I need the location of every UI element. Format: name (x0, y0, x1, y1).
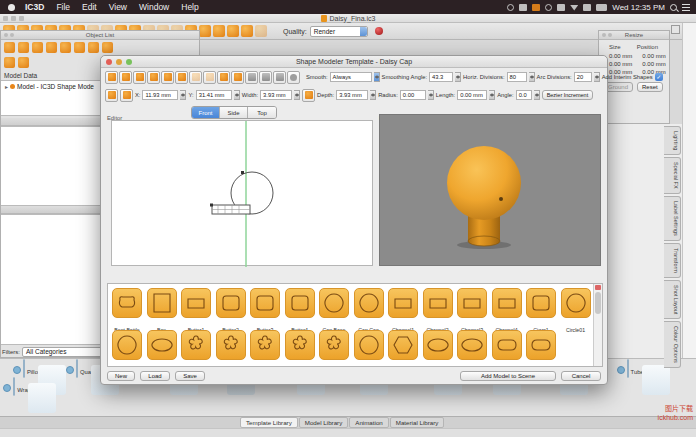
side-tab[interactable]: Colour Options (664, 321, 681, 368)
shape-tile[interactable]: Butter1 (181, 288, 211, 336)
menu-item[interactable]: IC3D (19, 2, 50, 12)
shapes-scrollbar[interactable] (593, 284, 602, 366)
library-tab[interactable]: Animation (349, 417, 389, 428)
menu-item[interactable]: File (50, 2, 76, 12)
group-icon[interactable] (32, 42, 43, 53)
shape-tile[interactable]: Bent Bottle (112, 288, 142, 336)
shape-tile[interactable]: Butter3 (250, 288, 280, 336)
template-thumbnail[interactable] (627, 359, 629, 378)
quality-select[interactable]: Render (310, 26, 368, 37)
shape-tile[interactable]: Butter2 (216, 288, 246, 336)
radius-stepper[interactable] (428, 90, 434, 100)
shape-tile[interactable]: Cigar1 (526, 288, 556, 336)
profile-editor-canvas[interactable] (111, 120, 373, 266)
screen-mirroring-icon[interactable] (507, 4, 514, 11)
hide-icon[interactable] (74, 42, 85, 53)
template-item[interactable]: Wrapper (B1) (5, 378, 63, 396)
select-tool-icon[interactable] (105, 71, 118, 84)
smooth-select-stepper[interactable] (374, 72, 380, 82)
preview-3d-canvas[interactable] (379, 114, 601, 266)
length-stepper[interactable] (489, 90, 495, 100)
depth-stepper[interactable] (370, 90, 376, 100)
camera-tool-icon[interactable] (227, 25, 239, 37)
pencil-edit-icon[interactable] (302, 89, 315, 102)
add-model-to-scene-button[interactable]: Add Model to Scene (460, 371, 556, 381)
shape-tile[interactable] (423, 330, 453, 360)
add-interim-checkbox[interactable]: ✓ (655, 73, 663, 81)
side-tab[interactable]: Shot Layout (664, 280, 681, 319)
shape-tile[interactable]: Circle01 (561, 288, 591, 336)
shape-tile[interactable] (388, 330, 418, 360)
view-tab[interactable]: Front (192, 107, 220, 118)
library-tab[interactable]: Model Library (299, 417, 349, 428)
view-tab[interactable]: Side (220, 107, 248, 118)
disclosure-icon[interactable]: ▸ (5, 83, 8, 90)
reset-button[interactable]: Reset (637, 82, 663, 92)
wifi-icon[interactable] (570, 4, 578, 11)
template-thumbnail[interactable] (76, 359, 78, 378)
volume-icon[interactable] (583, 4, 591, 11)
shape-tile[interactable] (285, 330, 315, 360)
shape-tile[interactable] (354, 330, 384, 360)
menu-item[interactable]: View (103, 2, 133, 12)
pan-tool-icon[interactable] (147, 71, 160, 84)
undo-icon[interactable] (189, 71, 202, 84)
length-input[interactable]: 0.00 mm (457, 90, 487, 100)
shape-tile[interactable]: Box (147, 288, 177, 336)
add-point-icon[interactable] (231, 71, 244, 84)
transform-window-controls[interactable] (602, 33, 612, 37)
chart-icon[interactable] (519, 4, 527, 11)
horiz-divisions-input[interactable]: 80 (507, 72, 527, 82)
smoothing-angle-stepper[interactable] (455, 72, 461, 82)
notification-center-icon[interactable] (682, 4, 690, 11)
move-down-icon[interactable] (102, 42, 113, 53)
shape-tile[interactable]: Butter4 (285, 288, 315, 336)
move-point-icon[interactable] (120, 89, 133, 102)
angle-input[interactable]: 0.0 (516, 90, 532, 100)
add-object-icon[interactable] (4, 42, 15, 53)
apple-menu-icon[interactable] (8, 4, 15, 11)
lock-icon[interactable] (60, 42, 71, 53)
crop-tool-icon[interactable] (161, 71, 174, 84)
shape-tile[interactable] (457, 330, 487, 360)
mirror-tool-icon[interactable] (175, 71, 188, 84)
shape-tile[interactable]: Channel3 (457, 288, 487, 336)
shape-tile[interactable]: Channel4 (492, 288, 522, 336)
battery-icon[interactable] (596, 4, 607, 11)
menu-item[interactable]: Window (133, 2, 175, 12)
cancel-button[interactable]: Cancel (561, 371, 601, 381)
smooth-point-icon[interactable] (287, 71, 300, 84)
shape-tile[interactable]: Channel1 (388, 288, 418, 336)
side-tab[interactable]: Label Settings (664, 196, 681, 241)
new-button[interactable]: New (107, 371, 135, 381)
box-tool-icon[interactable] (213, 25, 225, 37)
width-input[interactable]: 3.93 mm (260, 90, 292, 100)
arc-divisions-input[interactable]: 20 (574, 72, 592, 82)
zoom-out-icon[interactable] (133, 71, 146, 84)
app-icon[interactable] (532, 4, 540, 11)
menu-item[interactable]: Help (175, 2, 204, 12)
shape-tile[interactable] (147, 330, 177, 360)
spotlight-search-icon[interactable] (670, 4, 677, 11)
duplicate-icon[interactable] (18, 42, 29, 53)
folder-icon[interactable] (4, 57, 15, 68)
dialog-window-controls[interactable] (106, 59, 132, 65)
shape-tile[interactable] (250, 330, 280, 360)
redo-icon[interactable] (255, 25, 267, 37)
move-up-icon[interactable] (88, 42, 99, 53)
template-thumbnail[interactable] (13, 377, 15, 396)
record-icon[interactable] (375, 27, 383, 35)
library-tab[interactable]: Material Library (390, 417, 445, 428)
view-tab[interactable]: Top (248, 107, 276, 118)
folder-open-icon[interactable] (18, 57, 29, 68)
bluetooth-icon[interactable] (557, 4, 565, 11)
smoothing-angle-input[interactable]: 43.3 (429, 72, 453, 82)
x-stepper[interactable] (180, 90, 186, 100)
shape-tile[interactable] (319, 330, 349, 360)
shape-tile[interactable]: Cap Base (319, 288, 349, 336)
add-shape-icon[interactable] (217, 71, 230, 84)
side-tab[interactable]: Transform (664, 243, 681, 278)
undo-icon[interactable] (241, 25, 253, 37)
depth-input[interactable]: 3.93 mm (336, 90, 368, 100)
library-tab[interactable]: Template Library (240, 417, 298, 428)
